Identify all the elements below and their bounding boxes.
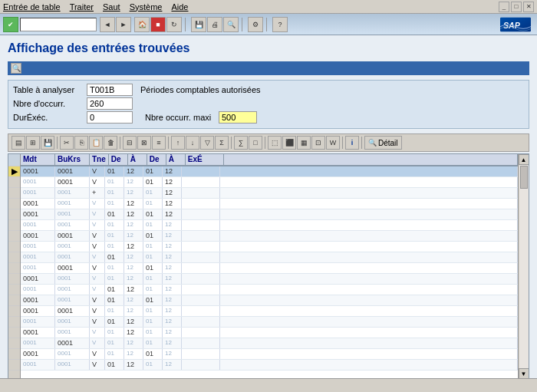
- table-cell: [182, 274, 220, 284]
- table-cell: 0001: [21, 166, 55, 176]
- row-5[interactable]: [8, 209, 20, 220]
- row-selected-1[interactable]: ▶: [8, 166, 20, 177]
- row-11[interactable]: [8, 274, 20, 285]
- table-row[interactable]: 00010001V01120112: [21, 263, 518, 274]
- alv-copy[interactable]: ⎘: [74, 136, 88, 150]
- alv-delete[interactable]: 🗑: [104, 136, 117, 150]
- alv-sort-asc[interactable]: ↑: [171, 136, 185, 150]
- row-16[interactable]: [8, 328, 20, 338]
- table-row[interactable]: 00010001V01120112: [21, 360, 518, 371]
- menu-entree-table[interactable]: Entrée de table: [3, 2, 61, 12]
- alv-filter3[interactable]: ≡: [152, 136, 166, 150]
- alv-paste[interactable]: 📋: [89, 136, 103, 150]
- table-row[interactable]: 00010001V01120112: [21, 177, 518, 188]
- table-row[interactable]: 00010001V01120112: [21, 242, 518, 252]
- alv-export2[interactable]: ⬛: [282, 136, 296, 150]
- alv-sum[interactable]: Σ: [215, 136, 229, 150]
- table-row[interactable]: 00010001V01120112: [21, 317, 518, 328]
- print-icon[interactable]: 🖨: [207, 17, 222, 32]
- table-row[interactable]: 00010001V01120112: [21, 220, 518, 231]
- alv-view1[interactable]: ▤: [12, 136, 25, 150]
- scroll-track[interactable]: [519, 165, 529, 368]
- command-input[interactable]: [20, 18, 97, 31]
- row-17[interactable]: [8, 338, 20, 349]
- table-row[interactable]: 00010001V01120112: [21, 285, 518, 295]
- stop-icon[interactable]: ■: [150, 17, 166, 32]
- menu-traiter[interactable]: Traiter: [70, 2, 94, 12]
- menu-saut[interactable]: Saut: [103, 2, 120, 12]
- scroll-up-arrow[interactable]: ▲: [519, 154, 529, 165]
- alv-view2[interactable]: ⊞: [26, 136, 40, 150]
- table-row[interactable]: 00010001V01120112: [21, 209, 518, 220]
- window-close[interactable]: ✕: [523, 2, 534, 12]
- table-row[interactable]: 00010001V01120112: [21, 295, 518, 306]
- table-cell: 12: [124, 360, 143, 370]
- row-19[interactable]: [8, 360, 20, 371]
- table-cell: 12: [163, 242, 182, 252]
- row-4[interactable]: [8, 199, 20, 209]
- table-row[interactable]: 00010001V01120112: [21, 349, 518, 360]
- nav-back[interactable]: ◄: [100, 17, 115, 32]
- row-10[interactable]: [8, 263, 20, 274]
- alv-filter2[interactable]: ⊠: [137, 136, 151, 150]
- table-row[interactable]: 00010001V01120112: [21, 328, 518, 338]
- alv-subtotal[interactable]: ∑: [234, 136, 248, 150]
- row-3[interactable]: [8, 188, 20, 199]
- table-row[interactable]: 00010001V01120112: [21, 231, 518, 242]
- alv-export4[interactable]: ⊡: [311, 136, 325, 150]
- menu-systeme[interactable]: Système: [130, 2, 163, 12]
- home-icon[interactable]: 🏠: [134, 17, 150, 32]
- alv-export3[interactable]: ▦: [297, 136, 311, 150]
- table-cell: 0001: [21, 252, 55, 262]
- alv-save-layout[interactable]: 💾: [41, 136, 54, 150]
- alv-export1[interactable]: ⬚: [268, 136, 282, 150]
- window-maximize[interactable]: □: [511, 2, 522, 12]
- expand-icon[interactable]: 🔍: [11, 63, 21, 74]
- table-cell: 0001: [21, 220, 55, 230]
- alv-filter-btn[interactable]: ▽: [200, 136, 214, 150]
- alv-sort-desc[interactable]: ↓: [186, 136, 199, 150]
- help-icon[interactable]: ?: [272, 17, 288, 32]
- table-row[interactable]: 00010001V01120112: [21, 306, 518, 317]
- row-7[interactable]: [8, 231, 20, 242]
- settings-icon[interactable]: ⚙: [248, 17, 263, 32]
- row-12[interactable]: [8, 285, 20, 295]
- detail-button[interactable]: 🔍 Détail: [364, 136, 402, 150]
- table-row[interactable]: 00010001+01120112: [21, 188, 518, 199]
- table-row[interactable]: 00010001V01120112: [21, 166, 518, 177]
- alv-info[interactable]: i: [345, 136, 359, 150]
- row-14[interactable]: [8, 306, 20, 317]
- alv-collapse[interactable]: □: [249, 136, 262, 150]
- table-cell: 0001: [55, 209, 90, 219]
- table-row[interactable]: 00010001V01120112: [21, 252, 518, 263]
- nav-forward[interactable]: ►: [116, 17, 131, 32]
- vertical-scrollbar[interactable]: ▲ ▼: [518, 154, 529, 379]
- table-row[interactable]: 00010001V01120112: [21, 199, 518, 209]
- table-cell: 0001: [21, 306, 55, 316]
- row-9[interactable]: [8, 252, 20, 263]
- table-cell: [182, 177, 220, 187]
- row-2[interactable]: [8, 177, 20, 188]
- row-6[interactable]: [8, 220, 20, 231]
- table-row[interactable]: 00010001V01120112: [21, 274, 518, 285]
- menu-aide[interactable]: Aide: [171, 2, 188, 12]
- row-8[interactable]: [8, 242, 20, 252]
- info-panel: Table à analyser T001B Périodes comptabl…: [8, 80, 529, 129]
- alv-filter1[interactable]: ⊟: [123, 136, 137, 150]
- find-icon[interactable]: 🔍: [223, 17, 239, 32]
- row-15[interactable]: [8, 317, 20, 328]
- alv-word[interactable]: W: [326, 136, 340, 150]
- check-button[interactable]: ✔: [3, 17, 18, 32]
- row-18[interactable]: [8, 349, 20, 360]
- refresh-icon[interactable]: ↻: [166, 17, 182, 32]
- table-cell: [182, 360, 220, 370]
- save-icon[interactable]: 💾: [191, 17, 206, 32]
- scroll-thumb[interactable]: [520, 166, 528, 189]
- table-cell: 01: [143, 338, 163, 348]
- table-cell: 01: [143, 328, 163, 338]
- scroll-down-arrow[interactable]: ▼: [519, 368, 529, 379]
- window-minimize[interactable]: _: [499, 2, 509, 12]
- alv-cut[interactable]: ✂: [60, 136, 74, 150]
- table-row[interactable]: 00010001V01120112: [21, 338, 518, 349]
- row-13[interactable]: [8, 295, 20, 306]
